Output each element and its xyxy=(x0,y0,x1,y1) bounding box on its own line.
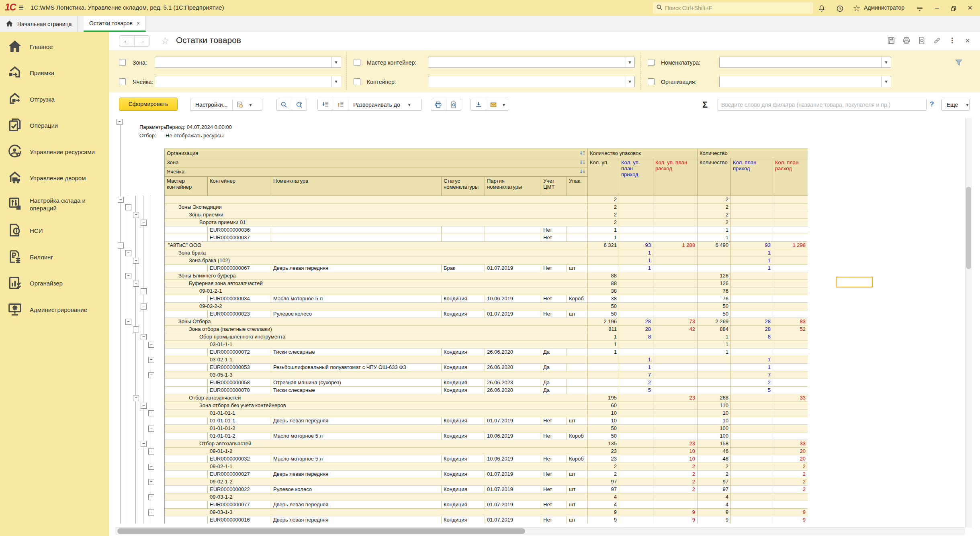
qty-cell[interactable]: 1 xyxy=(731,364,773,371)
leaf-cell[interactable]: 01.07.2019 xyxy=(485,265,541,272)
qty-cell[interactable]: 2 xyxy=(588,471,619,478)
sidebar-item-1[interactable]: Главное xyxy=(0,37,109,56)
search-icon[interactable] xyxy=(277,99,292,110)
leaf-cell[interactable]: EUR0000000016 xyxy=(208,516,271,524)
qty-cell[interactable]: 4 xyxy=(588,501,619,509)
collapse-box[interactable]: − xyxy=(141,288,147,294)
group-row-name[interactable]: 09-02-2-2 xyxy=(165,303,588,310)
collapse-box[interactable]: − xyxy=(148,479,154,485)
qty-cell[interactable]: 268 xyxy=(698,394,731,402)
qty-cell[interactable]: 100 xyxy=(698,425,731,432)
qty-cell[interactable] xyxy=(653,287,698,295)
qty-cell[interactable] xyxy=(731,295,773,303)
collapse-box[interactable]: − xyxy=(148,410,154,416)
qty-cell[interactable] xyxy=(773,333,808,341)
qty-cell[interactable] xyxy=(773,364,808,371)
sidebar-item-4[interactable]: Операции xyxy=(0,116,109,135)
qty-cell[interactable]: 2 xyxy=(588,211,619,219)
leaf-cell[interactable]: Масло моторное 5 л xyxy=(271,432,442,440)
qty-cell[interactable]: 126 xyxy=(698,272,731,280)
collapse-box[interactable]: − xyxy=(148,448,154,454)
qty-cell[interactable]: 88 xyxy=(588,272,619,280)
leaf-cell[interactable]: 10.06.2019 xyxy=(485,455,541,463)
qty-cell[interactable]: 1 xyxy=(698,333,731,341)
qty-cell[interactable]: 811 xyxy=(588,326,619,333)
qty-cell[interactable]: 2 xyxy=(698,204,731,211)
qty-cell[interactable]: 9 xyxy=(698,516,731,524)
global-search-input[interactable]: Поиск Ctrl+Shift+F xyxy=(653,2,813,14)
forward-button[interactable]: → xyxy=(134,36,149,46)
column-header[interactable]: Номенклатура xyxy=(271,177,442,196)
qty-cell[interactable]: 50 xyxy=(588,310,619,318)
qty-cell[interactable] xyxy=(653,310,698,318)
qty-cell[interactable] xyxy=(731,486,773,493)
report-variants-icon[interactable] xyxy=(233,99,247,110)
leaf-cell[interactable]: Кондиция xyxy=(442,310,485,318)
collapse-box[interactable]: − xyxy=(118,243,124,249)
qty-cell[interactable] xyxy=(731,280,773,287)
qty-cell[interactable]: 9 xyxy=(588,509,619,516)
row-header-2[interactable]: Зона xyxy=(165,158,588,167)
qty-cell[interactable] xyxy=(619,410,653,417)
leaf-cell[interactable]: Да xyxy=(541,379,567,387)
qty-cell[interactable] xyxy=(773,417,808,425)
qty-cell[interactable] xyxy=(619,471,653,478)
leaf-cell[interactable]: Нет xyxy=(541,516,567,524)
leaf-cell[interactable]: шт xyxy=(567,516,588,524)
nomenklatura-checkbox[interactable] xyxy=(648,59,655,66)
leaf-cell[interactable]: Нет xyxy=(541,486,567,493)
qty-cell[interactable] xyxy=(653,249,698,257)
qty-cell[interactable]: 1 xyxy=(698,226,731,234)
leaf-cell[interactable] xyxy=(165,471,208,478)
qty-cell[interactable]: 8 xyxy=(619,333,653,341)
qty-cell[interactable] xyxy=(731,425,773,432)
qty-cell[interactable] xyxy=(731,516,773,524)
chevron-down-icon[interactable]: ▼ xyxy=(331,57,341,67)
qty-cell[interactable]: 2 xyxy=(773,486,808,493)
leaf-cell[interactable] xyxy=(165,226,208,234)
qty-cell[interactable]: 73 xyxy=(653,318,698,326)
qty-cell[interactable]: 46 xyxy=(698,455,731,463)
group-row-name[interactable]: Обор промышленного инструмента xyxy=(165,333,588,341)
collapse-box[interactable]: − xyxy=(133,281,139,287)
qty-cell[interactable] xyxy=(773,226,808,234)
save-icon[interactable] xyxy=(886,35,897,46)
current-user[interactable]: Администратор xyxy=(864,4,904,11)
qty-cell[interactable] xyxy=(619,219,653,226)
leaf-cell[interactable]: Тиски слесарные xyxy=(271,387,442,394)
leaf-cell[interactable]: Нет xyxy=(541,265,567,272)
leaf-cell[interactable]: EUR0000000022 xyxy=(208,486,271,493)
qty-cell[interactable] xyxy=(773,387,808,394)
qty-cell[interactable]: 2 xyxy=(588,219,619,226)
settings-button[interactable]: Настройки... xyxy=(190,99,232,110)
favorites-icon[interactable]: ☆ xyxy=(851,3,862,14)
qty-cell[interactable] xyxy=(773,280,808,287)
leaf-cell[interactable] xyxy=(165,364,208,371)
chevron-down-icon[interactable]: ▼ xyxy=(625,76,634,87)
qty-cell[interactable]: 76 xyxy=(698,287,731,295)
column-header[interactable]: Мастер контейнер xyxy=(165,177,208,196)
collapse-box[interactable]: − xyxy=(133,212,139,218)
leaf-cell[interactable]: Нет xyxy=(541,455,567,463)
collapse-box[interactable]: − xyxy=(148,510,154,516)
preview-icon[interactable] xyxy=(916,35,927,46)
leaf-cell[interactable] xyxy=(485,226,541,234)
qty-cell[interactable] xyxy=(773,356,808,364)
leaf-cell[interactable]: Кондиция xyxy=(442,501,485,509)
qty-cell[interactable] xyxy=(773,219,808,226)
leaf-cell[interactable] xyxy=(165,501,208,509)
qty-cell[interactable] xyxy=(619,463,653,471)
collapse-box[interactable]: − xyxy=(125,319,131,325)
collapse-box[interactable]: − xyxy=(148,372,154,378)
group-row-name[interactable]: Отбор автозапчастей xyxy=(165,394,588,402)
qty-cell[interactable]: 2 xyxy=(698,211,731,219)
qty-cell[interactable]: 23 xyxy=(653,394,698,402)
qty-cell[interactable]: 10 xyxy=(588,410,619,417)
collapse-box[interactable]: − xyxy=(118,197,124,203)
chevron-down-icon[interactable]: ▼ xyxy=(881,76,891,87)
leaf-cell[interactable] xyxy=(165,295,208,303)
column-header[interactable]: Партия номенклатуры xyxy=(485,177,541,196)
qty-cell[interactable]: 97 xyxy=(698,486,731,493)
leaf-cell[interactable]: Кондиция xyxy=(442,432,485,440)
qty-cell[interactable] xyxy=(731,219,773,226)
